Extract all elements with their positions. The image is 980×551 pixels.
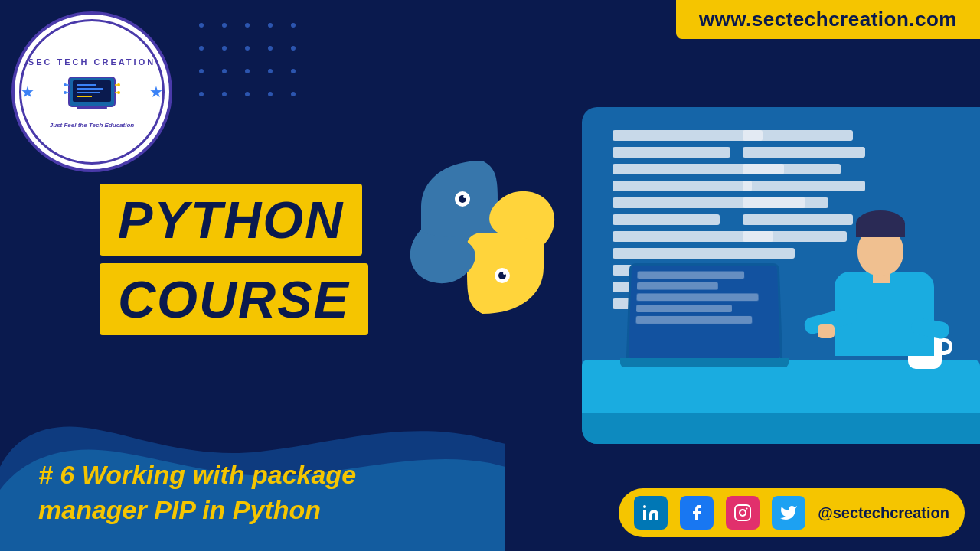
logo-icon <box>61 70 122 119</box>
svg-point-20 <box>503 272 506 275</box>
laptop-base <box>620 358 789 367</box>
svg-point-7 <box>64 83 67 86</box>
desk <box>582 360 980 421</box>
course-label: COURSE <box>100 263 368 335</box>
course-text: COURSE <box>118 270 350 328</box>
dot-grid <box>199 23 308 109</box>
linkedin-icon[interactable] <box>634 496 668 530</box>
episode-line2: manager PIP in Python <box>38 493 356 528</box>
person-hand-left <box>818 324 835 338</box>
facebook-icon[interactable] <box>680 496 714 530</box>
svg-rect-1 <box>73 80 111 102</box>
desk-front <box>582 413 980 444</box>
website-bar: www.sectechcreation.com <box>676 0 980 39</box>
svg-point-8 <box>64 91 67 94</box>
instagram-icon[interactable] <box>726 496 760 530</box>
python-text: PYTHON <box>118 191 344 249</box>
svg-point-19 <box>463 195 466 198</box>
python-logo <box>398 153 567 321</box>
python-label: PYTHON <box>100 184 362 256</box>
logo-bottom-text: Just Feel the Tech Education <box>50 122 134 129</box>
svg-point-10 <box>117 91 120 94</box>
svg-rect-21 <box>643 510 646 520</box>
logo-container: SEC TECH CREATION <box>11 11 180 180</box>
laptop-screen <box>626 263 783 362</box>
illustration-area <box>582 107 980 444</box>
social-handle: @sectechcreation <box>818 504 949 522</box>
website-url: www.sectechcreation.com <box>699 8 957 31</box>
python-course-title: PYTHON COURSE <box>100 184 368 335</box>
svg-point-9 <box>117 83 120 86</box>
episode-text: # 6 Working with package manager PIP in … <box>38 458 356 528</box>
person-hair <box>856 210 905 237</box>
code-display-right <box>743 130 865 248</box>
logo-top-text: SEC TECH CREATION <box>28 57 155 67</box>
social-bar: @sectechcreation <box>619 488 965 537</box>
episode-line1: # 6 Working with package <box>38 458 356 493</box>
svg-point-22 <box>643 505 646 508</box>
logo-circle: SEC TECH CREATION <box>11 11 172 172</box>
twitter-icon[interactable] <box>772 496 805 530</box>
svg-rect-23 <box>735 505 750 520</box>
svg-rect-6 <box>77 106 107 109</box>
